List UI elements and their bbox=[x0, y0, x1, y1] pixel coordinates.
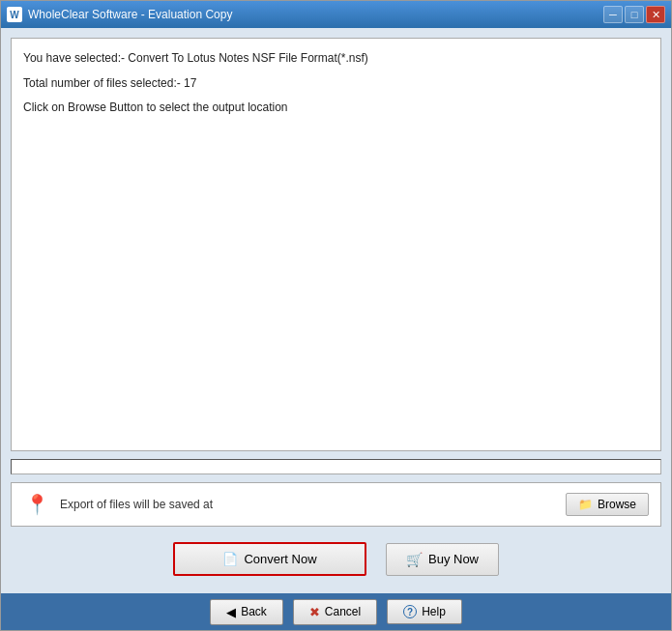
minimize-button[interactable]: ─ bbox=[603, 6, 623, 23]
main-window: W WholeClear Software - Evaluation Copy … bbox=[0, 0, 672, 631]
pin-icon: 📍 bbox=[25, 493, 49, 516]
cancel-button[interactable]: ✖ Cancel bbox=[293, 599, 377, 625]
window-content: You have selected:- Convert To Lotus Not… bbox=[1, 28, 671, 593]
convert-icon: 📄 bbox=[222, 552, 238, 566]
info-line-3: Click on Browse Button to select the out… bbox=[23, 98, 649, 119]
cancel-icon: ✖ bbox=[309, 605, 320, 619]
cancel-label: Cancel bbox=[325, 605, 361, 618]
convert-now-label: Convert Now bbox=[244, 552, 316, 566]
convert-now-button[interactable]: 📄 Convert Now bbox=[173, 542, 366, 576]
buy-now-label: Buy Now bbox=[428, 552, 479, 566]
help-button[interactable]: ? Help bbox=[387, 599, 462, 624]
window-controls: ─ □ ✕ bbox=[603, 6, 665, 23]
title-bar: W WholeClear Software - Evaluation Copy … bbox=[1, 1, 671, 28]
location-icon: 📍 bbox=[23, 491, 50, 518]
back-icon: ◀ bbox=[226, 605, 236, 619]
browse-row: 📍 Export of files will be saved at 📁 Bro… bbox=[11, 482, 661, 527]
help-label: Help bbox=[422, 605, 446, 618]
info-box: You have selected:- Convert To Lotus Not… bbox=[11, 38, 661, 451]
progress-area bbox=[11, 459, 661, 474]
maximize-button[interactable]: □ bbox=[625, 6, 644, 23]
browse-button-label: Browse bbox=[598, 498, 636, 511]
action-row: 📄 Convert Now 🛒 Buy Now bbox=[11, 534, 661, 584]
window-title: WholeClear Software - Evaluation Copy bbox=[28, 8, 232, 21]
progress-bar-container bbox=[11, 459, 661, 474]
buy-now-button[interactable]: 🛒 Buy Now bbox=[386, 543, 499, 576]
back-label: Back bbox=[241, 605, 267, 618]
cart-icon: 🛒 bbox=[406, 552, 423, 567]
bottom-bar: ◀ Back ✖ Cancel ? Help bbox=[1, 593, 671, 630]
title-bar-left: W WholeClear Software - Evaluation Copy bbox=[7, 7, 232, 22]
browse-label: Export of files will be saved at bbox=[60, 498, 556, 511]
close-button[interactable]: ✕ bbox=[646, 6, 665, 23]
help-icon: ? bbox=[403, 605, 417, 618]
info-line-2: Total number of files selected:- 17 bbox=[23, 73, 649, 95]
browse-button[interactable]: 📁 Browse bbox=[566, 493, 649, 516]
folder-icon: 📁 bbox=[578, 498, 593, 511]
info-line-1: You have selected:- Convert To Lotus Not… bbox=[23, 48, 649, 70]
back-button[interactable]: ◀ Back bbox=[210, 599, 283, 625]
app-icon: W bbox=[7, 7, 22, 22]
